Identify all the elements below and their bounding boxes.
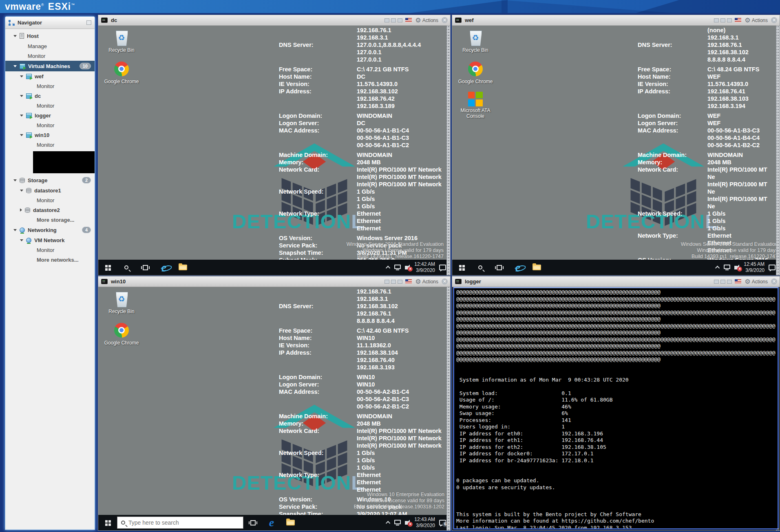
sidebar-item-more-storage[interactable]: More storage...: [5, 215, 95, 225]
vm-desktop-dc[interactable]: DETECTIONL Recycle Bin Google Chrome 192…: [98, 26, 450, 260]
sidebar-item-dc-monitor[interactable]: Monitor: [5, 101, 95, 110]
keyboard-layout-flag-icon[interactable]: [735, 279, 741, 284]
file-explorer-icon[interactable]: [527, 260, 546, 275]
sidebar-item-vm-network-monitor[interactable]: Monitor: [5, 245, 95, 255]
gear-icon[interactable]: ⚙: [745, 17, 750, 24]
start-button[interactable]: [98, 515, 117, 530]
scrollbar[interactable]: [446, 26, 450, 275]
window-control-icon[interactable]: [727, 280, 732, 284]
chevron-down-icon[interactable]: [13, 229, 17, 231]
desktop-icon[interactable]: Recycle Bin: [104, 290, 139, 314]
window-control-icon[interactable]: [384, 18, 389, 22]
file-explorer-icon[interactable]: [281, 515, 300, 530]
actions-button[interactable]: Actions: [422, 18, 438, 23]
actions-button[interactable]: Actions: [752, 279, 768, 285]
gear-icon[interactable]: ⚙: [745, 278, 750, 285]
sidebar-item-storage[interactable]: Storage 2: [5, 175, 95, 185]
window-control-icon[interactable]: [727, 18, 732, 22]
window-control-icon[interactable]: [391, 280, 396, 284]
desktop-icon[interactable]: Google Chrome: [104, 60, 139, 84]
search-input[interactable]: [128, 519, 226, 526]
resize-grip[interactable]: [778, 528, 779, 530]
desktop-icon[interactable]: Microsoft ATA Console: [458, 92, 493, 119]
close-icon[interactable]: ✕: [442, 17, 448, 23]
sidebar-item-datastore1[interactable]: datastore1: [5, 185, 95, 195]
sidebar-item-host-manage[interactable]: Manage: [5, 41, 95, 51]
keyboard-layout-flag-icon[interactable]: [735, 18, 741, 22]
sidebar-item-datastore1-monitor[interactable]: Monitor: [5, 195, 95, 205]
network-tray-icon[interactable]: [394, 265, 401, 269]
tray-chevron-icon[interactable]: [715, 266, 720, 270]
sidebar-item-networking[interactable]: Networking 4: [5, 225, 95, 235]
sidebar-item-vm-win10[interactable]: win10: [5, 130, 95, 140]
chevron-down-icon[interactable]: [20, 134, 23, 136]
chevron-down-icon[interactable]: [13, 179, 17, 181]
desktop-icon[interactable]: Recycle Bin: [104, 29, 139, 53]
vm-desktop-wef[interactable]: DETECTIONL Recycle Bin Google Chrome Mic…: [452, 26, 780, 260]
speaker-muted-icon[interactable]: [405, 521, 408, 525]
task-view-icon[interactable]: [136, 260, 155, 275]
action-center-icon[interactable]: [769, 265, 776, 270]
sidebar-item-virtual-machines[interactable]: Virtual Machines 10: [5, 61, 95, 71]
task-view-icon[interactable]: [243, 515, 262, 530]
chevron-down-icon[interactable]: [13, 65, 17, 67]
desktop-icon[interactable]: Google Chrome: [104, 322, 139, 346]
sidebar-item-vm-wef[interactable]: wef: [5, 71, 95, 81]
chevron-down-icon[interactable]: [20, 95, 23, 97]
sidebar-item-vm-network[interactable]: VM Network: [5, 235, 95, 245]
desktop-icon[interactable]: Google Chrome: [458, 60, 493, 84]
chevron-right-icon[interactable]: [20, 208, 22, 212]
gear-icon[interactable]: ⚙: [415, 278, 421, 285]
speaker-muted-icon[interactable]: [405, 266, 408, 269]
network-tray-icon[interactable]: [724, 265, 730, 269]
sidebar-item-vm-dc[interactable]: dc: [5, 91, 95, 101]
start-button[interactable]: [98, 260, 117, 275]
scrollbar[interactable]: [776, 26, 780, 275]
sidebar-item-vm-logger[interactable]: logger: [5, 110, 95, 120]
edge-icon[interactable]: e: [262, 515, 281, 530]
task-view-icon[interactable]: [490, 260, 508, 275]
vm-desktop-win10[interactable]: DETECTIONL Recycle Bin Google Chrome 192…: [98, 287, 450, 516]
action-center-icon[interactable]: 6: [439, 520, 446, 525]
sidebar-item-logger-monitor[interactable]: Monitor: [5, 120, 95, 130]
console-titlebar-win10[interactable]: win10 ⚙ Actions ✕: [98, 276, 450, 287]
desktop-icon[interactable]: Recycle Bin: [458, 29, 493, 53]
search-icon[interactable]: [471, 260, 490, 275]
console-titlebar-wef[interactable]: wef ⚙ Actions ✕: [452, 15, 780, 26]
close-icon[interactable]: ✕: [771, 278, 777, 285]
window-control-icon[interactable]: [714, 280, 719, 284]
chevron-down-icon[interactable]: [20, 190, 23, 192]
taskbar-clock[interactable]: 12:45 AM 3/9/2020: [744, 261, 765, 274]
actions-button[interactable]: Actions: [422, 279, 438, 285]
sidebar-item-more-networks[interactable]: More networks...: [5, 255, 95, 265]
window-control-icon[interactable]: [398, 18, 402, 22]
tray-chevron-icon[interactable]: [386, 521, 390, 525]
sidebar-item-host-monitor[interactable]: Monitor: [5, 51, 95, 61]
tray-chevron-icon[interactable]: [386, 266, 390, 270]
search-icon[interactable]: [117, 260, 136, 275]
window-control-icon[interactable]: [720, 18, 725, 22]
keyboard-layout-flag-icon[interactable]: [405, 279, 412, 284]
file-explorer-icon[interactable]: [173, 260, 192, 275]
sidebar-item-datastore2[interactable]: datastore2: [5, 205, 95, 215]
taskbar-search-box[interactable]: [117, 517, 243, 529]
speaker-muted-icon[interactable]: [734, 266, 737, 269]
window-control-icon[interactable]: [714, 18, 719, 22]
actions-button[interactable]: Actions: [752, 18, 768, 23]
console-titlebar-dc[interactable]: dc ⚙ Actions ✕: [98, 15, 450, 26]
chevron-down-icon[interactable]: [13, 35, 17, 37]
panel-pin-icon[interactable]: [86, 20, 91, 25]
taskbar-clock[interactable]: 12:43 AM 3/9/2020: [414, 517, 435, 529]
sidebar-item-win10-monitor[interactable]: Monitor: [5, 140, 95, 150]
sidebar-item-host[interactable]: Host: [5, 31, 95, 41]
start-button[interactable]: [452, 260, 471, 275]
window-control-icon[interactable]: [398, 280, 402, 284]
network-tray-icon[interactable]: [394, 520, 401, 524]
action-center-icon[interactable]: [439, 265, 446, 270]
chevron-down-icon[interactable]: [20, 75, 23, 77]
chevron-down-icon[interactable]: [20, 239, 23, 241]
close-icon[interactable]: ✕: [442, 278, 448, 285]
internet-explorer-icon[interactable]: e: [155, 260, 173, 275]
gear-icon[interactable]: ⚙: [415, 17, 421, 24]
scrollbar[interactable]: [446, 287, 450, 530]
